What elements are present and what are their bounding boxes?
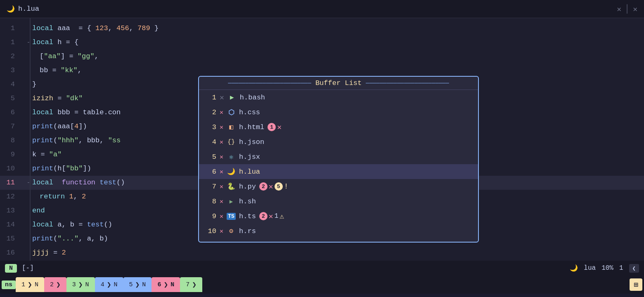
buffer-row-9[interactable]: 9 ✕ TS h.ts 2 ✕ 1 ⚠ — [199, 209, 478, 224]
buf-close-3[interactable]: ✕ — [220, 123, 223, 131]
buf-close-6[interactable]: ✕ — [220, 168, 223, 176]
line-number-6: 5 — [0, 92, 25, 106]
line-content-1: local aaa = { 123, 456, 789 } — [32, 21, 159, 35]
buf-icon-ts: TS — [227, 213, 236, 220]
line-content-2: local h = { — [32, 35, 78, 50]
buf-icon-bash: ▶ — [227, 93, 237, 101]
code-line-2: 1 - local h = { — [0, 35, 644, 50]
title-bar: 🌙 h.lua ✕ │ ✕ — [0, 0, 644, 18]
line-number-10: 9 — [0, 148, 25, 162]
tab-6[interactable]: 6 ❯ N — [152, 277, 180, 292]
buf-num-5: 5 — [205, 153, 216, 161]
close-button[interactable]: ✕ — [633, 5, 637, 14]
line-number-5: 4 — [0, 78, 25, 92]
buf-num-2: 2 — [205, 108, 216, 116]
tab-6-arrow: ❯ — [163, 280, 168, 289]
buf-close-5[interactable]: ✕ — [220, 153, 223, 161]
buffer-row-10[interactable]: 10 ✕ ⚙ h.rs — [199, 224, 478, 238]
tab-4-label: 4 — [101, 281, 104, 288]
line-content-13: return 1, 2 — [32, 190, 86, 204]
tab-6-suffix: N — [170, 281, 174, 288]
buf-close-1[interactable]: ✕ — [220, 93, 224, 102]
tab-1-label: 1 — [21, 281, 25, 288]
status-bracket: [-] — [22, 264, 34, 272]
tab-4[interactable]: 4 ❯ N — [95, 277, 123, 292]
line-number-9: 8 — [0, 134, 25, 148]
buf-num-7: 7 — [205, 183, 216, 191]
file-title: 🌙 h.lua — [7, 5, 39, 13]
status-bar: N [-] 🌙 lua 10% 1 ❮ — [0, 261, 644, 276]
badge-error-3: 1 — [268, 123, 276, 131]
line-number-11: 10 — [0, 162, 25, 176]
buffer-row-5[interactable]: 5 ✕ ⚛ h.jsx — [199, 149, 478, 164]
tab-ns-label: ns — [2, 280, 16, 289]
line-number-13: 12 — [0, 190, 25, 204]
buffer-row-7[interactable]: 7 ✕ 🐍 h.py 2 ✕ 5 ! — [199, 179, 478, 194]
buf-close-10[interactable]: ✕ — [220, 227, 223, 235]
tab-5-label: 5 — [129, 281, 133, 288]
buf-num-1: 1 — [205, 94, 216, 101]
buf-icon-rs: ⚙ — [227, 227, 236, 235]
tab-2-label: 2 — [50, 281, 54, 288]
badge-warn-9: 1 — [275, 212, 279, 220]
buf-name-8: h.sh — [239, 198, 256, 205]
line-content-12: local function test() — [32, 176, 125, 190]
line-content-14: end — [32, 204, 45, 218]
line-number-8: 7 — [0, 120, 25, 134]
buf-name-7: h.py — [239, 183, 256, 191]
tab-1-suffix: N — [35, 281, 38, 288]
buffer-row-6[interactable]: 6 ✕ 🌙 h.lua — [199, 164, 478, 179]
tab-1[interactable]: 1 ❯ N — [16, 277, 44, 292]
buffer-row-3[interactable]: 3 ✕ ◧ h.html 1 ✕ — [199, 120, 478, 134]
tab-2[interactable]: 2 ❯ — [44, 277, 66, 292]
badge-x-icon-7: ✕ — [269, 182, 273, 191]
code-line-1: 1 local aaa = { 123, 456, 789 } — [0, 21, 644, 35]
buf-close-8[interactable]: ✕ — [220, 198, 223, 205]
buf-name-1: h.bash — [240, 94, 265, 101]
buffer-row-2[interactable]: 2 ✕ ⬡ h.css — [199, 105, 478, 120]
tab-3[interactable]: 3 ❯ N — [66, 277, 95, 292]
buffer-row-1[interactable]: 1 ✕ ▶ h.bash — [199, 90, 478, 105]
tab-7-arrow: ❯ — [192, 280, 197, 289]
badge-x-icon-3: ✕ — [277, 123, 282, 132]
tab-3-suffix: N — [85, 281, 89, 288]
line-content-8: print(aaa[4]) — [32, 120, 87, 134]
buf-close-2[interactable]: ✕ — [220, 108, 223, 116]
buf-badges-7: 2 ✕ 5 ! — [259, 182, 289, 191]
line-content-5: } — [32, 78, 36, 92]
line-number-2: 1 — [0, 35, 25, 50]
line-number-7: 6 — [0, 106, 25, 120]
buf-close-7[interactable]: ✕ — [220, 183, 223, 191]
window-controls: ✕ │ ✕ — [617, 4, 637, 14]
buf-num-6: 6 — [205, 168, 216, 176]
code-line-17: 16 jjjj = 2 — [0, 246, 644, 260]
line-content-7: local bbb = table.con — [32, 106, 121, 120]
buf-num-8: 8 — [205, 198, 216, 205]
status-arrow-button[interactable]: ❮ — [629, 264, 639, 273]
buffer-title-decoration-right: ─────────── — [366, 80, 404, 87]
buffer-row-4[interactable]: 4 ✕ {} h.json — [199, 134, 478, 149]
buf-close-4[interactable]: ✕ — [220, 138, 223, 146]
line-number-14: 13 — [0, 204, 25, 218]
minimize-button[interactable]: ✕ — [617, 5, 621, 14]
buf-close-9[interactable]: ✕ — [220, 212, 223, 220]
line-content-4: bb = "kk", — [32, 64, 82, 78]
buf-num-4: 4 — [205, 138, 216, 146]
tab-7[interactable]: 7 ❯ — [180, 277, 202, 292]
line-number-3: 2 — [0, 50, 25, 64]
line-content-10: k = "a" — [32, 148, 62, 162]
tab-7-label: 7 — [186, 281, 189, 288]
status-language: lua — [584, 264, 596, 272]
line-number-1: 1 — [0, 21, 25, 35]
tab-5[interactable]: 5 ❯ N — [123, 277, 152, 292]
tab-2-arrow: ❯ — [56, 280, 61, 289]
tab-5-arrow: ❯ — [135, 280, 140, 289]
buf-icon-lua: 🌙 — [227, 167, 236, 176]
badge-x-icon-9: ✕ — [269, 212, 273, 221]
tab-layout-button[interactable]: ⊞ — [630, 278, 642, 291]
buf-name-4: h.json — [239, 138, 264, 146]
badge-error-9: 2 — [259, 212, 268, 220]
line-number-17: 16 — [0, 246, 25, 260]
buffer-row-8[interactable]: 8 ✕ ▶ h.sh — [199, 194, 478, 209]
badge-warn-7: 5 — [275, 182, 283, 191]
